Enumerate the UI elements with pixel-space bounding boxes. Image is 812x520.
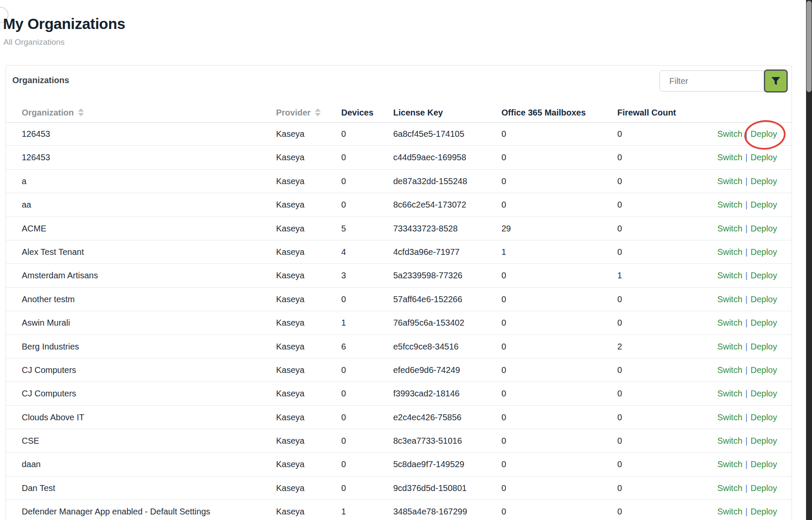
switch-link[interactable]: Switch xyxy=(717,271,743,280)
cell-actions: Switch|Deploy xyxy=(717,170,777,193)
switch-link[interactable]: Switch xyxy=(717,389,743,398)
deploy-link[interactable]: Deploy xyxy=(751,389,777,398)
cell-firewall-count: 0 xyxy=(617,358,622,382)
switch-link[interactable]: Switch xyxy=(717,200,743,209)
deploy-link[interactable]: Deploy xyxy=(751,153,777,162)
cell-devices: 0 xyxy=(341,193,346,217)
switch-link[interactable]: Switch xyxy=(717,224,743,233)
deploy-link[interactable]: Deploy xyxy=(751,176,777,186)
cell-firewall-count: 2 xyxy=(617,335,622,358)
switch-link[interactable]: Switch xyxy=(717,129,743,139)
deploy-link[interactable]: Deploy xyxy=(751,200,777,209)
cell-license-key: 76af95c6a-153402 xyxy=(393,311,464,335)
filter-input[interactable] xyxy=(659,70,764,92)
cell-firewall-count: 0 xyxy=(617,217,622,240)
switch-link[interactable]: Switch xyxy=(717,247,743,257)
cell-organization: Dan Test xyxy=(22,477,55,500)
cell-provider: Kaseya xyxy=(276,453,305,476)
cell-actions: Switch|Deploy xyxy=(717,477,777,500)
cell-actions: Switch|Deploy xyxy=(717,429,777,453)
action-separator: | xyxy=(743,176,751,186)
cell-actions: Switch|Deploy xyxy=(717,382,777,405)
cell-office-365-mailboxes: 0 xyxy=(501,264,506,287)
deploy-link[interactable]: Deploy xyxy=(751,295,777,304)
cell-office-365-mailboxes: 0 xyxy=(501,358,506,382)
filter-button[interactable] xyxy=(764,69,788,92)
action-separator: | xyxy=(743,389,751,398)
cell-license-key: 3485a4e78-167299 xyxy=(393,500,467,520)
deploy-link[interactable]: Deploy xyxy=(751,365,777,375)
cell-devices: 0 xyxy=(341,382,346,405)
action-separator: | xyxy=(743,200,751,209)
deploy-link[interactable]: Deploy xyxy=(751,483,777,493)
action-separator: | xyxy=(743,129,751,139)
switch-link[interactable]: Switch xyxy=(717,342,743,351)
cell-provider: Kaseya xyxy=(276,122,305,146)
deploy-link[interactable]: Deploy xyxy=(751,342,777,351)
switch-link[interactable]: Switch xyxy=(717,413,743,422)
panel-heading: Organizations xyxy=(12,75,69,85)
cell-devices: 4 xyxy=(341,240,346,264)
switch-link[interactable]: Switch xyxy=(717,176,743,186)
deploy-link[interactable]: Deploy xyxy=(751,413,777,422)
switch-link[interactable]: Switch xyxy=(717,295,743,304)
cell-actions: Switch|Deploy xyxy=(717,193,777,217)
deploy-link[interactable]: Deploy xyxy=(751,459,777,469)
cell-actions: Switch|Deploy xyxy=(717,406,777,429)
switch-link[interactable]: Switch xyxy=(717,507,743,516)
column-label: Organization xyxy=(22,108,74,117)
vertical-scrollbar[interactable] xyxy=(806,0,812,520)
deploy-link[interactable]: Deploy xyxy=(751,224,777,233)
table-row: Another testm Kaseya 0 57aff64e6-152266 … xyxy=(6,288,792,311)
column-header-provider[interactable]: Provider xyxy=(276,103,321,122)
cell-license-key: 9cd376d5d-150801 xyxy=(393,477,466,500)
switch-link[interactable]: Switch xyxy=(717,365,743,375)
cell-devices: 0 xyxy=(341,453,346,476)
cell-organization: CJ Computers xyxy=(22,382,76,405)
switch-link[interactable]: Switch xyxy=(717,483,743,493)
scrollbar-thumb[interactable] xyxy=(806,1,812,92)
cell-organization: Berg Industries xyxy=(22,335,79,358)
table-header-row: Organization Provider Devices License Ke… xyxy=(6,103,792,123)
cell-devices: 0 xyxy=(341,358,346,382)
cell-organization: aa xyxy=(22,193,31,217)
table-row: Clouds Above IT Kaseya 0 e2c4ec426-75856… xyxy=(6,406,792,429)
table-row: Defender Manager App enabled - Default S… xyxy=(6,500,792,520)
cell-organization: Alex Test Tenant xyxy=(22,240,84,264)
deploy-link[interactable]: Deploy xyxy=(751,318,777,327)
cell-devices: 0 xyxy=(341,406,346,429)
cell-license-key: 5c8dae9f7-149529 xyxy=(393,453,464,476)
action-separator: | xyxy=(743,271,751,280)
cell-firewall-count: 0 xyxy=(617,406,622,429)
column-header-firewall-count: Firewall Count xyxy=(617,103,676,122)
switch-link[interactable]: Switch xyxy=(717,153,743,162)
action-separator: | xyxy=(743,318,751,327)
cell-organization: Another testm xyxy=(22,288,75,311)
table-row: ACME Kaseya 5 733433723-8528 29 0 Switch… xyxy=(6,217,792,240)
cell-devices: 3 xyxy=(341,264,346,287)
cell-license-key: 5a2339598-77326 xyxy=(393,264,462,287)
cell-firewall-count: 0 xyxy=(617,193,622,217)
action-separator: | xyxy=(743,413,751,422)
cell-license-key: 4cfd3a96e-71977 xyxy=(393,240,460,264)
deploy-link[interactable]: Deploy xyxy=(751,129,777,139)
cell-provider: Kaseya xyxy=(276,146,305,169)
switch-link[interactable]: Switch xyxy=(717,318,743,327)
column-header-organization[interactable]: Organization xyxy=(22,103,84,122)
table-row: Berg Industries Kaseya 6 e5fcc9ce8-34516… xyxy=(6,335,792,358)
cell-license-key: e2c4ec426-75856 xyxy=(393,406,461,429)
cell-license-key: f3993cad2-18146 xyxy=(393,382,460,405)
deploy-link[interactable]: Deploy xyxy=(751,436,777,445)
switch-link[interactable]: Switch xyxy=(717,436,743,445)
cell-office-365-mailboxes: 0 xyxy=(501,122,506,146)
table-row: 126453 Kaseya 0 c44d59aec-169958 0 0 Swi… xyxy=(6,146,792,169)
cell-office-365-mailboxes: 0 xyxy=(501,382,506,405)
cell-actions: Switch|Deploy xyxy=(717,453,777,476)
deploy-link[interactable]: Deploy xyxy=(751,507,777,516)
deploy-link[interactable]: Deploy xyxy=(751,271,777,280)
action-separator: | xyxy=(743,507,751,516)
deploy-link[interactable]: Deploy xyxy=(751,247,777,257)
cell-license-key: 6a8cf45e5-174105 xyxy=(393,122,464,146)
switch-link[interactable]: Switch xyxy=(717,459,743,469)
cell-actions: Switch|Deploy xyxy=(717,264,777,287)
